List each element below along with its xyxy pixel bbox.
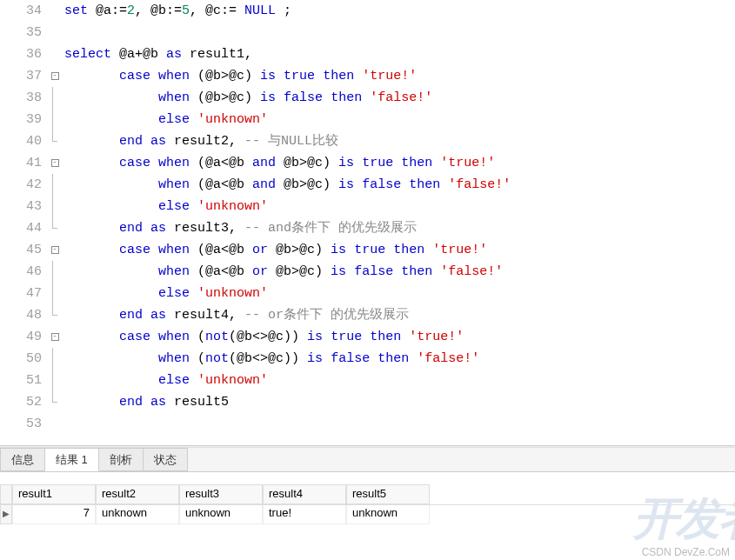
fold-collapse-icon[interactable]: -	[51, 246, 59, 254]
code-line[interactable]: 38 when (@b>@c) is false then 'false!'	[0, 87, 735, 109]
fold-gutter[interactable]	[49, 370, 61, 391]
code-text[interactable]	[61, 22, 64, 43]
fold-guide	[52, 370, 53, 391]
cell[interactable]: 7	[12, 505, 96, 524]
code-text[interactable]: when (@a<@b or @b>@c) is false then 'fal…	[61, 261, 503, 283]
fold-gutter[interactable]: -	[49, 326, 61, 348]
code-line[interactable]: 35	[0, 22, 735, 43]
col-header[interactable]: result4	[263, 484, 346, 504]
cell[interactable]: unknown	[346, 505, 430, 524]
line-number: 40	[0, 130, 49, 152]
fold-collapse-icon[interactable]: -	[51, 159, 59, 167]
line-number: 41	[0, 152, 49, 174]
fold-gutter[interactable]	[49, 413, 61, 435]
line-number: 51	[0, 370, 49, 391]
code-text[interactable]: end as result2, -- 与NULL比较	[61, 130, 338, 152]
code-line[interactable]: 40 end as result2, -- 与NULL比较	[0, 130, 735, 152]
code-line[interactable]: 48 end as result4, -- or条件下 的优先级展示	[0, 304, 735, 326]
code-text[interactable]: else 'unknown'	[61, 283, 268, 304]
code-editor[interactable]: 34set @a:=2, @b:=5, @c:= NULL ;3536selec…	[0, 0, 735, 445]
code-text[interactable]: else 'unknown'	[61, 109, 268, 130]
fold-collapse-icon[interactable]: -	[51, 333, 59, 341]
col-header[interactable]: result1	[12, 484, 96, 504]
fold-gutter[interactable]	[49, 304, 61, 326]
fold-gutter[interactable]	[49, 283, 61, 304]
watermark-text: CSDN DevZe.CoM	[642, 546, 730, 558]
fold-gutter[interactable]	[49, 196, 61, 217]
fold-gutter[interactable]: -	[49, 65, 61, 87]
results-tabs: 信息 结果 1 剖析 状态	[0, 448, 735, 472]
code-text[interactable]: select @a+@b as result1,	[61, 43, 252, 65]
fold-gutter[interactable]	[49, 109, 61, 130]
line-number: 44	[0, 217, 49, 239]
code-line[interactable]: 49- case when (not(@b<>@c)) is true then…	[0, 326, 735, 348]
code-line[interactable]: 46 when (@a<@b or @b>@c) is false then '…	[0, 261, 735, 283]
fold-collapse-icon[interactable]: -	[51, 72, 59, 80]
tab-profile[interactable]: 剖析	[98, 448, 144, 471]
results-header-row: result1 result2 result3 result4 result5	[0, 484, 735, 505]
col-header[interactable]: result3	[179, 484, 263, 504]
code-text[interactable]: else 'unknown'	[61, 196, 268, 217]
fold-gutter[interactable]	[49, 22, 61, 43]
code-text[interactable]: else 'unknown'	[61, 370, 268, 391]
fold-guide	[52, 261, 53, 283]
cell[interactable]: unknown	[179, 505, 263, 524]
line-number: 48	[0, 304, 49, 326]
code-text[interactable]: when (@a<@b and @b>@c) is false then 'fa…	[61, 174, 511, 196]
code-text[interactable]: case when (@a<@b or @b>@c) is true then …	[61, 239, 487, 261]
code-line[interactable]: 45- case when (@a<@b or @b>@c) is true t…	[0, 239, 735, 261]
code-line[interactable]: 53	[0, 413, 735, 435]
code-line[interactable]: 51 else 'unknown'	[0, 370, 735, 391]
code-text[interactable]: when (@b>@c) is false then 'false!'	[61, 87, 432, 109]
fold-guide	[52, 174, 53, 196]
code-line[interactable]: 42 when (@a<@b and @b>@c) is false then …	[0, 174, 735, 196]
code-line[interactable]: 47 else 'unknown'	[0, 283, 735, 304]
fold-gutter[interactable]	[49, 261, 61, 283]
col-header[interactable]: result2	[96, 484, 179, 504]
row-marker: ▶	[0, 505, 12, 524]
cell[interactable]: true!	[263, 505, 346, 524]
code-text[interactable]: when (not(@b<>@c)) is false then 'false!…	[61, 348, 479, 370]
fold-guide	[52, 87, 53, 109]
code-text[interactable]: end as result3, -- and条件下 的优先级展示	[61, 217, 417, 239]
code-line[interactable]: 43 else 'unknown'	[0, 196, 735, 217]
fold-gutter[interactable]: -	[49, 239, 61, 261]
code-line[interactable]: 34set @a:=2, @b:=5, @c:= NULL ;	[0, 0, 735, 22]
code-text[interactable]: end as result4, -- or条件下 的优先级展示	[61, 304, 409, 326]
cell[interactable]: unknown	[96, 505, 179, 524]
line-number: 36	[0, 43, 49, 65]
fold-gutter[interactable]: -	[49, 152, 61, 174]
results-grid[interactable]: result1 result2 result3 result4 result5 …	[0, 484, 735, 524]
code-line[interactable]: 41- case when (@a<@b and @b>@c) is true …	[0, 152, 735, 174]
line-number: 39	[0, 109, 49, 130]
code-text[interactable]: case when (@b>@c) is true then 'true!'	[61, 65, 417, 87]
code-line[interactable]: 50 when (not(@b<>@c)) is false then 'fal…	[0, 348, 735, 370]
fold-gutter[interactable]	[49, 348, 61, 370]
tab-info[interactable]: 信息	[0, 448, 45, 471]
code-line[interactable]: 37- case when (@b>@c) is true then 'true…	[0, 65, 735, 87]
fold-gutter[interactable]	[49, 43, 61, 65]
code-text[interactable]: set @a:=2, @b:=5, @c:= NULL ;	[61, 0, 291, 22]
line-number: 49	[0, 326, 49, 348]
code-text[interactable]	[61, 413, 64, 435]
code-line[interactable]: 39 else 'unknown'	[0, 109, 735, 130]
fold-gutter[interactable]	[49, 174, 61, 196]
line-number: 47	[0, 283, 49, 304]
code-text[interactable]: end as result5	[61, 391, 229, 413]
code-text[interactable]: case when (not(@b<>@c)) is true then 'tr…	[61, 326, 464, 348]
tab-status[interactable]: 状态	[143, 448, 188, 471]
code-line[interactable]: 52 end as result5	[0, 391, 735, 413]
fold-gutter[interactable]	[49, 87, 61, 109]
tab-results[interactable]: 结果 1	[44, 448, 99, 471]
code-text[interactable]: case when (@a<@b and @b>@c) is true then…	[61, 152, 495, 174]
fold-gutter[interactable]	[49, 217, 61, 239]
code-line[interactable]: 36select @a+@b as result1,	[0, 43, 735, 65]
line-number: 50	[0, 348, 49, 370]
fold-gutter[interactable]	[49, 0, 61, 22]
fold-gutter[interactable]	[49, 130, 61, 152]
col-header[interactable]: result5	[346, 484, 430, 504]
code-line[interactable]: 44 end as result3, -- and条件下 的优先级展示	[0, 217, 735, 239]
table-row[interactable]: ▶ 7 unknown unknown true! unknown	[0, 505, 735, 524]
fold-gutter[interactable]	[49, 391, 61, 413]
fold-guide	[52, 348, 53, 370]
